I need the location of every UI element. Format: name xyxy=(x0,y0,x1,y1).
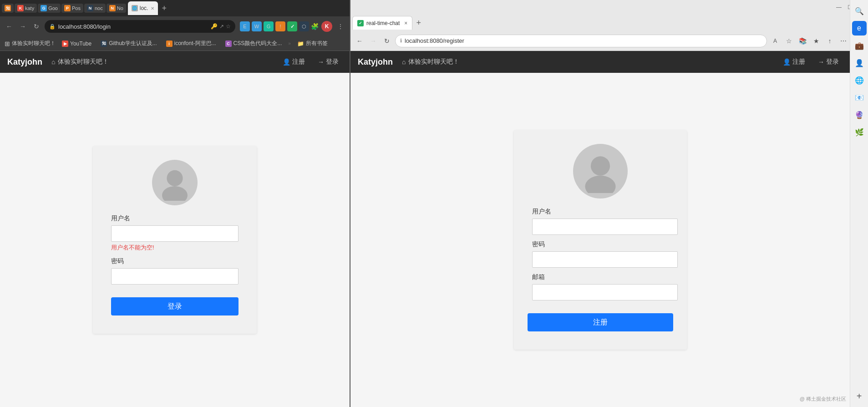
tab-left-2[interactable]: K katy xyxy=(15,4,37,13)
username-input-left[interactable] xyxy=(111,225,239,242)
star-btn-right[interactable]: ☆ xyxy=(783,36,794,46)
left-page-content: Katyjohn ⌂ 体验实时聊天吧！ 👤 注册 → 登录 xyxy=(0,51,350,407)
sidebar-theme-icon[interactable]: e xyxy=(852,21,867,36)
address-box-right[interactable]: ℹ localhost:8080/register xyxy=(395,35,767,47)
bm-youtube[interactable]: ▶ YouTube xyxy=(59,40,94,48)
left-login-btn[interactable]: → 登录 xyxy=(314,56,342,68)
login-icon-right: → xyxy=(818,58,824,66)
back-button-right[interactable]: ← xyxy=(354,36,365,46)
reload-button-right[interactable]: ↻ xyxy=(381,36,392,46)
tab6-label: No xyxy=(117,5,123,11)
tab-right-active[interactable]: ✓ real-time-chat × xyxy=(352,16,412,30)
username-error-left: 用户名不能为空! xyxy=(111,244,239,252)
tab-left-active[interactable]: 🌐 loc. ✕ xyxy=(128,1,158,15)
forward-button-left[interactable]: → xyxy=(17,21,28,32)
ext-puzzle-icon[interactable]: 🧩 xyxy=(311,23,319,30)
bm-apps-item[interactable]: ⊞ 体验实时聊天吧！ xyxy=(5,40,56,47)
more-tools-btn[interactable]: ⋯ xyxy=(838,36,849,46)
left-app-brand: Katyjohn xyxy=(7,57,42,67)
ext-check-icon[interactable]: ✓ xyxy=(287,21,297,31)
tab-left-3[interactable]: G Goo xyxy=(38,4,61,13)
minimize-button[interactable]: — xyxy=(835,4,843,11)
login-avatar xyxy=(152,160,198,205)
key-icon[interactable]: 🔑 xyxy=(211,23,218,30)
share-icon[interactable]: ↗ xyxy=(219,23,224,30)
tab-active-label: loc. xyxy=(140,5,148,11)
sidebar-extension-icon[interactable]: 🔮 xyxy=(852,107,867,122)
bookmarks-bar-left: ⊞ 体验实时聊天吧！ ▶ YouTube 知 Github学生认证及... i … xyxy=(0,36,350,51)
right-login-nav-btn[interactable]: → 登录 xyxy=(814,56,843,68)
ext-ms-icon[interactable]: W xyxy=(252,21,262,31)
password-label-left: 密码 xyxy=(111,257,239,265)
new-tab-button-left[interactable]: + xyxy=(160,4,168,13)
bm-css-label: CSS颜色代码大全... xyxy=(233,40,282,47)
sidebar-search-icon[interactable]: 🔍 xyxy=(852,4,867,18)
right-nav-home[interactable]: ⌂ 体验实时聊天吧！ xyxy=(402,58,459,66)
tab-left-6[interactable]: N No xyxy=(107,4,126,13)
star-icon[interactable]: ☆ xyxy=(226,23,231,30)
menu-button-left[interactable]: ⋮ xyxy=(335,21,346,32)
password-input-right[interactable] xyxy=(532,251,678,268)
apps-grid-icon: ⊞ xyxy=(5,40,10,47)
svg-point-5 xyxy=(585,176,615,193)
back-button-left[interactable]: ← xyxy=(4,21,15,32)
ext-dark-icon[interactable]: ⬡ xyxy=(299,21,309,31)
address-box-left[interactable]: 🔒 localhost:8080/login 🔑 ↗ ☆ xyxy=(45,20,235,33)
sidebar-nature-icon[interactable]: 🌿 xyxy=(852,125,867,139)
address-bar-left: ← → ↻ 🔒 localhost:8080/login 🔑 ↗ ☆ E W G… xyxy=(0,16,350,36)
title-bar-right: — ☐ ✕ xyxy=(350,0,868,15)
svg-point-1 xyxy=(162,186,188,201)
bm-iconfont[interactable]: i iconfont-阿里巴... xyxy=(163,39,219,48)
tab4-label: Pos xyxy=(72,5,81,11)
sidebar-briefcase-icon[interactable]: 💼 xyxy=(852,38,867,53)
password-label-right: 密码 xyxy=(532,240,669,249)
login-submit-button[interactable]: 登录 xyxy=(111,297,239,315)
sidebar-add-icon[interactable]: + xyxy=(852,389,867,403)
forward-button-right[interactable]: → xyxy=(368,36,379,46)
profile-button-left[interactable]: K xyxy=(321,21,332,32)
ext-orange-icon[interactable]: ! xyxy=(275,21,285,31)
right-content-area: Katyjohn ⌂ 体验实时聊天吧！ 👤 注册 → 登录 xyxy=(350,51,850,407)
left-register-btn[interactable]: 👤 注册 xyxy=(279,56,309,68)
sidebar-globe-icon[interactable]: 🌐 xyxy=(852,73,867,87)
register-submit-button[interactable]: 注册 xyxy=(528,313,673,331)
tab-left-4[interactable]: P Pos xyxy=(61,4,83,13)
reload-button-left[interactable]: ↻ xyxy=(31,21,42,32)
svg-point-4 xyxy=(590,156,609,175)
tab-right-close[interactable]: × xyxy=(404,20,407,26)
right-browser: — ☐ ✕ ✓ real-time-chat × + ← → ↻ ℹ local… xyxy=(350,0,868,407)
tab-left-5[interactable]: N noc xyxy=(84,4,106,13)
bm-github-label: Github学生认证及... xyxy=(109,40,157,47)
bm-all-bookmarks[interactable]: 📁 所有书签 xyxy=(294,39,330,48)
username-label-left: 用户名 xyxy=(111,214,239,223)
collections-btn[interactable]: 📚 xyxy=(797,36,808,46)
ext-edge-icon[interactable]: E xyxy=(240,21,250,31)
sidebar-user-icon[interactable]: 👤 xyxy=(852,56,867,70)
password-group-left: 密码 xyxy=(111,257,239,285)
home-icon-left: ⌂ xyxy=(51,58,55,66)
tab-left-1[interactable]: 知 xyxy=(2,4,14,13)
bm-css[interactable]: C CSS颜色代码大全... xyxy=(223,39,285,48)
tab5-label: noc xyxy=(95,5,103,11)
bm-github[interactable]: 知 Github学生认证及... xyxy=(98,39,159,48)
home-icon-right: ⌂ xyxy=(402,58,406,66)
tab3-label: Goo xyxy=(48,5,58,11)
tab-active-close[interactable]: ✕ xyxy=(151,6,154,11)
new-tab-button-right[interactable]: + xyxy=(416,18,421,28)
tab-bar-right: ✓ real-time-chat × + xyxy=(350,15,868,31)
share-btn-right[interactable]: ↑ xyxy=(824,36,835,46)
favorites-btn[interactable]: ★ xyxy=(811,36,822,46)
email-input-right[interactable] xyxy=(532,284,678,300)
left-page-body: 用户名 用户名不能为空! 密码 登录 xyxy=(0,73,350,407)
ext-green-icon[interactable]: G xyxy=(264,21,274,31)
username-input-right[interactable] xyxy=(532,219,678,235)
youtube-favicon: ▶ xyxy=(62,41,68,47)
read-mode-btn[interactable]: A xyxy=(770,36,781,46)
password-input-left[interactable] xyxy=(111,268,239,285)
iconfont-favicon: i xyxy=(166,41,173,47)
left-nav-home[interactable]: ⌂ 体验实时聊天吧！ xyxy=(51,58,109,66)
right-register-nav-btn[interactable]: 👤 注册 xyxy=(779,56,809,68)
email-group-right: 邮箱 xyxy=(532,273,669,300)
sidebar-email-icon[interactable]: 📧 xyxy=(852,90,867,105)
left-browser: 知 K katy G Goo P Pos N noc N No xyxy=(0,0,350,407)
